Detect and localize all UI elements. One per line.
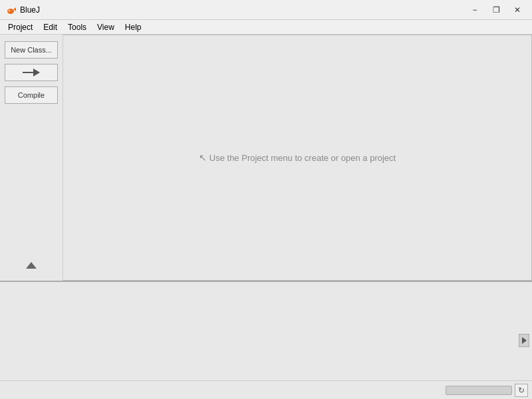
- canvas-area: ↖ Use the Project menu to create or open…: [63, 35, 532, 281]
- app-title: BlueJ: [20, 5, 40, 15]
- canvas-hint: ↖ Use the Project menu to create or open…: [199, 152, 396, 163]
- refresh-button[interactable]: ↻: [515, 384, 528, 397]
- menu-bar: Project Edit Tools View Help: [0, 20, 532, 35]
- hint-arrow-icon: ↖: [199, 152, 207, 163]
- sidebar: New Class... Compile: [0, 35, 63, 281]
- menu-view[interactable]: View: [92, 21, 120, 33]
- title-left: BlueJ: [5, 5, 40, 15]
- arrow-button[interactable]: [5, 64, 58, 81]
- menu-help[interactable]: Help: [120, 21, 147, 33]
- bottom-section: ↻: [0, 281, 532, 399]
- canvas-hint-text: Use the Project menu to create or open a…: [209, 153, 396, 163]
- new-class-button[interactable]: New Class...: [5, 41, 58, 59]
- title-bar: BlueJ − ❐ ✕: [0, 0, 532, 20]
- arrow-head: [33, 68, 40, 76]
- bottom-toolbar: ↻: [0, 380, 532, 399]
- upper-section: New Class... Compile ↖ Use the Project m…: [0, 35, 532, 281]
- menu-project[interactable]: Project: [3, 21, 38, 33]
- app-icon: [5, 5, 16, 15]
- maximize-button[interactable]: ❐: [487, 3, 505, 17]
- svg-point-2: [9, 10, 10, 11]
- bottom-content-area: [0, 282, 532, 380]
- close-button[interactable]: ✕: [508, 3, 527, 17]
- arrow-icon: [23, 68, 40, 76]
- compile-button[interactable]: Compile: [5, 86, 58, 104]
- svg-point-0: [7, 9, 14, 14]
- main-container: New Class... Compile ↖ Use the Project m…: [0, 35, 532, 399]
- right-triangle-icon: [522, 337, 527, 344]
- minimize-button[interactable]: −: [466, 3, 484, 17]
- bottom-scrollbar[interactable]: [446, 386, 512, 395]
- sidebar-triangle-icon[interactable]: [26, 262, 37, 269]
- right-scroll-button[interactable]: [519, 334, 529, 347]
- menu-tools[interactable]: Tools: [63, 21, 92, 33]
- menu-edit[interactable]: Edit: [38, 21, 63, 33]
- title-controls: − ❐ ✕: [466, 3, 527, 17]
- scrollbar-area: ↻: [446, 384, 528, 397]
